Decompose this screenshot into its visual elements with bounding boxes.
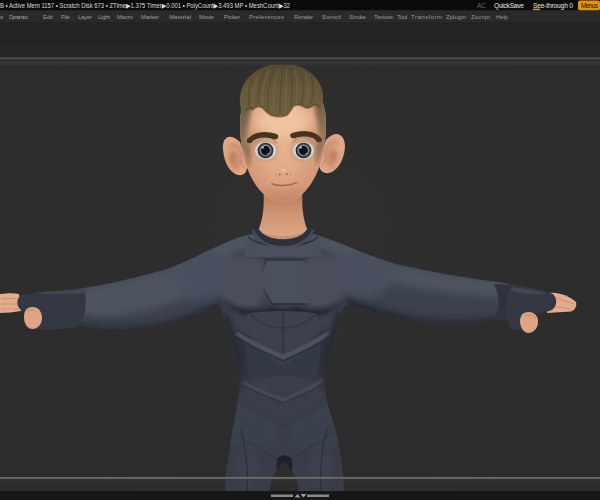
svg-text:Dynamics: Dynamics <box>9 13 28 20</box>
svg-text:Preferences: Preferences <box>249 13 284 20</box>
svg-text:Picker: Picker <box>224 13 240 20</box>
svg-text:Stroke: Stroke <box>349 13 367 20</box>
svg-text:Zscript: Zscript <box>471 13 490 20</box>
svg-text:Tool: Tool <box>397 13 407 20</box>
svg-text:See-through 0: See-through 0 <box>533 2 573 10</box>
svg-text:Material: Material <box>169 13 191 20</box>
svg-text:QuickSave: QuickSave <box>494 2 524 10</box>
svg-text:Macro: Macro <box>117 13 134 20</box>
svg-text:AC: AC <box>477 2 486 9</box>
svg-text:Stencil: Stencil <box>322 13 341 20</box>
svg-text:Transform: Transform <box>411 13 442 20</box>
svg-text:File: File <box>61 13 71 20</box>
svg-text:Marker: Marker <box>141 13 159 20</box>
svg-text:Menus: Menus <box>581 2 599 9</box>
svg-text:Movie: Movie <box>199 13 215 20</box>
svg-text:Layer: Layer <box>78 13 92 20</box>
svg-text:Render: Render <box>294 13 313 20</box>
svg-text:Texture: Texture <box>374 13 394 20</box>
svg-text:Edit: Edit <box>43 13 53 20</box>
svg-text:Light: Light <box>98 13 110 20</box>
svg-text:Zplugin: Zplugin <box>446 13 466 20</box>
svg-text:B • Active Mem 1157 • Scratch: B • Active Mem 1157 • Scratch Disk 673 •… <box>0 2 290 10</box>
svg-text:Help: Help <box>496 13 509 20</box>
